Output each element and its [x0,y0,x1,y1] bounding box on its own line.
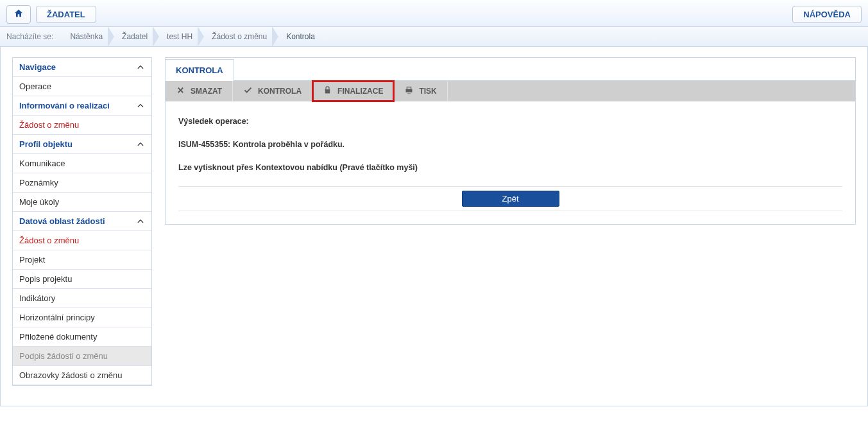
back-button[interactable]: Zpět [462,191,559,207]
main-panel: KONTROLA SMAZAT KONTROLA FINALIZACE TISK… [165,57,856,225]
layout: Navigace Operace Informování o realizaci… [0,47,868,406]
print-icon [404,85,414,97]
sidebar-item-popis-projektu[interactable]: Popis projektu [13,270,151,289]
tab-row: KONTROLA [166,58,855,81]
breadcrumb-item[interactable]: Žádost o změnu [204,26,278,47]
chevron-up-icon [136,63,145,72]
sidebar-group-profil[interactable]: Profil objektu [13,135,151,154]
sidebar: Navigace Operace Informování o realizaci… [12,57,152,386]
chevron-up-icon [136,217,145,226]
sidebar-item-moje-ukoly[interactable]: Moje úkoly [13,193,151,212]
sidebar-group-title: Datová oblast žádosti [19,216,105,226]
tab-kontrola[interactable]: KONTROLA [165,59,234,81]
sidebar-group-title: Profil objektu [19,139,72,149]
applicant-button[interactable]: ŽADATEL [36,6,96,23]
sidebar-item-zadost-o-zmenu-2[interactable]: Žádost o změnu [13,231,151,250]
result-label: Výsledek operace: [178,117,842,126]
lock-icon [323,85,332,97]
chevron-up-icon [136,101,145,110]
toolbar-finalize-label: FINALIZACE [337,87,383,96]
sidebar-item-projekt[interactable]: Projekt [13,250,151,270]
breadcrumb-item[interactable]: Žadatel [114,26,159,47]
chevron-up-icon [136,140,145,149]
toolbar-print[interactable]: TISK [394,81,447,101]
breadcrumb: Nacházíte se: Nástěnka Žadatel test HH Ž… [0,26,868,47]
result-message: ISUM-455355: Kontrola proběhla v pořádku… [178,140,842,149]
breadcrumb-item[interactable]: Nástěnka [62,26,114,47]
check-icon [243,85,253,97]
print-hint: Lze vytisknout přes Kontextovou nabídku … [178,163,842,172]
sidebar-item-operace[interactable]: Operace [13,77,151,96]
topbar-left: ŽADATEL [6,5,96,24]
toolbar-check-label: KONTROLA [258,87,302,96]
sidebar-group-informovani[interactable]: Informování o realizaci [13,96,151,116]
topbar: ŽADATEL NÁPOVĚDA [0,0,868,26]
sidebar-item-zadost-o-zmenu[interactable]: Žádost o změnu [13,116,151,135]
toolbar-print-label: TISK [419,87,436,96]
sidebar-group-title: Navigace [19,62,56,72]
breadcrumb-item-current: Kontrola [278,26,327,47]
sidebar-item-prilozene-dokumenty[interactable]: Přiložené dokumenty [13,327,151,347]
home-icon [13,8,24,21]
sidebar-group-title: Informování o realizaci [19,101,110,110]
sidebar-item-obrazovky-zadosti[interactable]: Obrazovky žádosti o změnu [13,366,151,385]
sidebar-item-horizontalni-principy[interactable]: Horizontální principy [13,308,151,327]
sidebar-group-navigace[interactable]: Navigace [13,58,151,77]
sidebar-item-podpis-zadosti: Podpis žádosti o změnu [13,347,151,366]
toolbar-delete[interactable]: SMAZAT [166,81,233,101]
toolbar-check[interactable]: KONTROLA [233,81,312,101]
sidebar-group-datova-oblast[interactable]: Datová oblast žádosti [13,212,151,231]
breadcrumb-item[interactable]: test HH [159,26,204,47]
sidebar-item-indikatory[interactable]: Indikátory [13,289,151,308]
toolbar: SMAZAT KONTROLA FINALIZACE TISK [166,81,855,101]
home-button[interactable] [6,5,31,24]
content: Výsledek operace: ISUM-455355: Kontrola … [166,101,855,224]
back-row: Zpět [178,186,842,211]
delete-icon [176,85,185,97]
toolbar-finalize[interactable]: FINALIZACE [312,81,394,101]
toolbar-delete-label: SMAZAT [191,87,222,96]
breadcrumb-prefix: Nacházíte se: [6,32,53,41]
sidebar-item-komunikace[interactable]: Komunikace [13,154,151,173]
sidebar-item-poznamky[interactable]: Poznámky [13,173,151,193]
help-button[interactable]: NÁPOVĚDA [792,6,862,23]
